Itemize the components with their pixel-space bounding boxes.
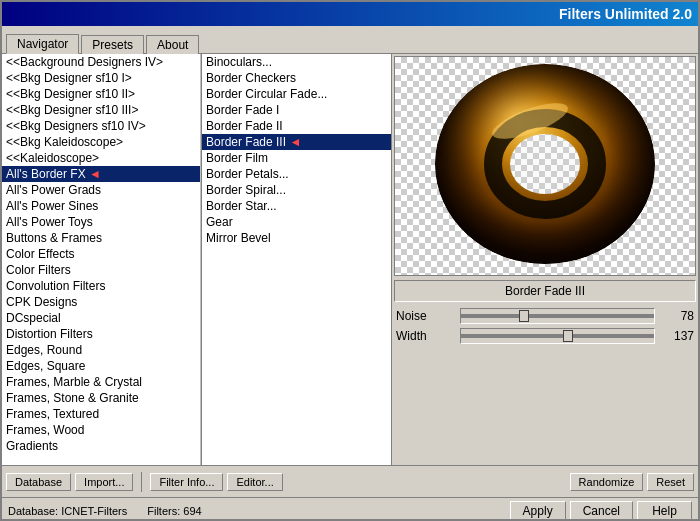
middle-panel: Binoculars... Border Checkers Border Cir… <box>202 54 392 465</box>
list-item[interactable]: All's Power Grads <box>2 182 200 198</box>
reset-button[interactable]: Reset <box>647 473 694 491</box>
slider-thumb[interactable] <box>563 330 573 342</box>
list-item[interactable]: <<Kaleidoscope> <box>2 150 200 166</box>
list-item[interactable]: <<Bkg Designer sf10 III> <box>2 102 200 118</box>
list-item[interactable]: Gear <box>202 214 391 230</box>
list-item[interactable]: Border Film <box>202 150 391 166</box>
toolbar-divider <box>141 472 142 492</box>
list-item[interactable]: Border Fade II <box>202 118 391 134</box>
slider-track <box>461 334 654 338</box>
status-buttons: Apply Cancel Help <box>510 501 692 521</box>
cancel-button[interactable]: Cancel <box>570 501 633 521</box>
param-label-noise: Noise <box>396 309 456 323</box>
randomize-button[interactable]: Randomize <box>570 473 644 491</box>
params-area: Noise 78 Width 137 <box>392 304 698 465</box>
param-label-width: Width <box>396 329 456 343</box>
app-title: Filters Unlimited 2.0 <box>559 6 692 22</box>
list-item[interactable]: <<Bkg Designers sf10 IV> <box>2 118 200 134</box>
list-item[interactable]: Border Spiral... <box>202 182 391 198</box>
list-item[interactable]: Buttons & Frames <box>2 230 200 246</box>
status-bar: Database: ICNET-Filters Filters: 694 App… <box>2 497 698 521</box>
list-item[interactable]: <<Bkg Designer sf10 II> <box>2 86 200 102</box>
filter-info-button[interactable]: Filter Info... <box>150 473 223 491</box>
list-item-selected[interactable]: All's Border FX ◄ <box>2 166 200 182</box>
list-item[interactable]: <<Bkg Kaleidoscope> <box>2 134 200 150</box>
width-slider[interactable] <box>460 328 655 344</box>
tab-presets[interactable]: Presets <box>81 35 144 54</box>
list-item[interactable]: All's Power Toys <box>2 214 200 230</box>
svg-point-7 <box>435 64 655 264</box>
slider-thumb[interactable] <box>519 310 529 322</box>
list-item[interactable]: Border Circular Fade... <box>202 86 391 102</box>
help-button[interactable]: Help <box>637 501 692 521</box>
list-item[interactable]: CPK Designs <box>2 294 200 310</box>
database-button[interactable]: Database <box>6 473 71 491</box>
list-item[interactable]: Color Filters <box>2 262 200 278</box>
list-item[interactable]: DCspecial <box>2 310 200 326</box>
list-item[interactable]: Color Effects <box>2 246 200 262</box>
tab-navigator[interactable]: Navigator <box>6 34 79 54</box>
tab-about[interactable]: About <box>146 35 199 54</box>
preview-area <box>394 56 696 276</box>
filter-name-display: Border Fade III <box>394 280 696 302</box>
filter-category-list: <<Background Designers IV> <<Bkg Designe… <box>2 54 201 465</box>
left-panel: <<Background Designers IV> <<Bkg Designe… <box>2 54 202 465</box>
param-row-noise: Noise 78 <box>396 308 694 324</box>
list-item[interactable]: Convolution Filters <box>2 278 200 294</box>
filter-item-list: Binoculars... Border Checkers Border Cir… <box>202 54 391 246</box>
filter-preview-image <box>405 61 685 271</box>
list-item[interactable]: <<Background Designers IV> <box>2 54 200 70</box>
list-item[interactable]: Frames, Wood <box>2 422 200 438</box>
editor-button[interactable]: Editor... <box>227 473 282 491</box>
list-item[interactable]: <<Bkg Designer sf10 I> <box>2 70 200 86</box>
list-item[interactable]: Frames, Marble & Crystal <box>2 374 200 390</box>
list-item[interactable]: Border Checkers <box>202 70 391 86</box>
filters-label: Filters: 694 <box>147 505 201 517</box>
slider-track <box>461 314 654 318</box>
title-bar: Filters Unlimited 2.0 <box>2 2 698 26</box>
apply-button[interactable]: Apply <box>510 501 566 521</box>
list-item[interactable]: Mirror Bevel <box>202 230 391 246</box>
import-button[interactable]: Import... <box>75 473 133 491</box>
list-item[interactable]: Border Star... <box>202 198 391 214</box>
list-item[interactable]: Edges, Square <box>2 358 200 374</box>
list-item[interactable]: Frames, Textured <box>2 406 200 422</box>
list-item[interactable]: Distortion Filters <box>2 326 200 342</box>
tabs-bar: Navigator Presets About <box>2 26 698 54</box>
list-item[interactable]: Border Fade I <box>202 102 391 118</box>
param-row-width: Width 137 <box>396 328 694 344</box>
noise-slider[interactable] <box>460 308 655 324</box>
database-label: Database: ICNET-Filters <box>8 505 127 517</box>
list-item-selected[interactable]: Border Fade III ◄ <box>202 134 391 150</box>
param-value-width: 137 <box>659 329 694 343</box>
list-item[interactable]: Binoculars... <box>202 54 391 70</box>
list-item[interactable]: Border Petals... <box>202 166 391 182</box>
param-value-noise: 78 <box>659 309 694 323</box>
right-panel: Border Fade III Noise 78 Width 137 <box>392 54 698 465</box>
list-item[interactable]: Frames, Stone & Granite <box>2 390 200 406</box>
list-item[interactable]: Gradients <box>2 438 200 454</box>
main-content: <<Background Designers IV> <<Bkg Designe… <box>2 54 698 465</box>
list-item[interactable]: Edges, Round <box>2 342 200 358</box>
bottom-toolbar: Database Import... Filter Info... Editor… <box>2 465 698 497</box>
list-item[interactable]: All's Power Sines <box>2 198 200 214</box>
